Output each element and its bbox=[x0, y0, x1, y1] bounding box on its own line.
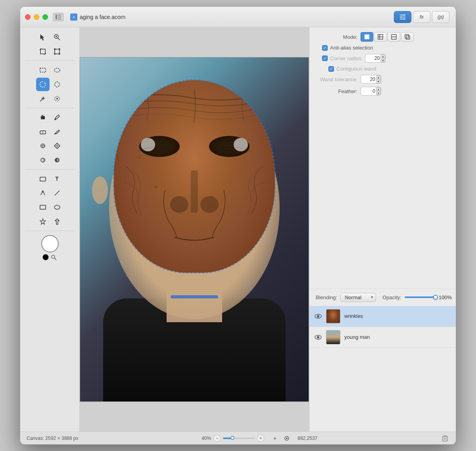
app-window: A aging a face.acorn fx (p) bbox=[20, 6, 456, 445]
p-panel-button[interactable]: (p) bbox=[432, 11, 449, 23]
dodge-tool[interactable] bbox=[36, 153, 50, 167]
opacity-slider-wrapper: 100% bbox=[405, 294, 452, 300]
canvas-area[interactable] bbox=[80, 27, 309, 432]
opacity-value: 100% bbox=[439, 294, 452, 300]
corner-radius-checkbox[interactable]: ✓ bbox=[322, 55, 328, 61]
ellipse-select-tool[interactable] bbox=[50, 63, 64, 77]
blending-select[interactable]: Normal Multiply Screen Overlay Darken Li… bbox=[340, 293, 376, 302]
svg-rect-51 bbox=[406, 36, 410, 39]
svg-point-43 bbox=[54, 205, 60, 209]
add-layer-button[interactable]: + bbox=[271, 434, 279, 443]
contiguous-wand-checkbox[interactable]: ✓ bbox=[328, 66, 334, 72]
layer-wrinkles-thumbnail bbox=[326, 309, 340, 323]
delete-layer-button[interactable] bbox=[441, 434, 449, 443]
foreground-color[interactable] bbox=[41, 235, 59, 252]
arrow-shape-tool[interactable] bbox=[50, 215, 64, 228]
svg-rect-50 bbox=[405, 34, 409, 38]
paint-select-tool[interactable] bbox=[50, 92, 64, 105]
mode-buttons bbox=[361, 32, 414, 42]
toolbar-right: fx (p) bbox=[394, 11, 449, 23]
eraser-tool[interactable] bbox=[36, 125, 50, 138]
anti-alias-checkbox[interactable]: ✓ bbox=[322, 45, 328, 51]
heal-tool[interactable] bbox=[50, 139, 64, 153]
layer-wrinkles-visibility-toggle[interactable] bbox=[314, 312, 322, 320]
feather-down[interactable]: ▼ bbox=[376, 91, 381, 95]
mode-row: Mode: bbox=[316, 32, 449, 42]
zoom-search-icon[interactable] bbox=[50, 254, 58, 261]
cursor-tool[interactable] bbox=[36, 31, 50, 44]
mode-subtract-button[interactable] bbox=[388, 32, 400, 42]
svg-rect-22 bbox=[40, 68, 46, 72]
layer-wrinkles[interactable]: wrinkles bbox=[309, 306, 456, 327]
tool-divider-2 bbox=[25, 108, 75, 108]
line-tool[interactable] bbox=[50, 186, 64, 200]
pen-tool[interactable] bbox=[36, 186, 50, 200]
lasso-tool[interactable] bbox=[36, 78, 50, 91]
opacity-slider[interactable] bbox=[405, 296, 436, 298]
statusbar: Canvas: 2592 × 3888 px 40% − + + 882,253… bbox=[20, 432, 456, 444]
svg-point-21 bbox=[59, 53, 60, 55]
zoom-tool[interactable] bbox=[50, 31, 64, 44]
zoom-in-button[interactable]: + bbox=[257, 435, 264, 442]
zoom-display: 40% bbox=[202, 436, 211, 441]
svg-line-11 bbox=[58, 38, 60, 40]
star-tool[interactable] bbox=[36, 215, 50, 228]
layer-young-man-visibility-toggle[interactable] bbox=[314, 333, 322, 341]
layer-young-man[interactable]: young man bbox=[309, 327, 456, 348]
left-ear bbox=[92, 176, 108, 204]
transform-tool[interactable] bbox=[50, 45, 64, 58]
poly-lasso-tool[interactable] bbox=[50, 78, 64, 91]
black-swatch[interactable] bbox=[42, 254, 49, 260]
rect-select-tool[interactable] bbox=[36, 63, 50, 77]
layer-wrinkles-name: wrinkles bbox=[344, 313, 451, 319]
titlebar: A aging a face.acorn fx (p) bbox=[20, 7, 456, 27]
svg-rect-39 bbox=[40, 177, 46, 181]
feather-up[interactable]: ▲ bbox=[376, 87, 381, 91]
crop-tool[interactable] bbox=[36, 45, 50, 58]
layer-settings-button[interactable] bbox=[282, 434, 291, 443]
bucket-tool[interactable] bbox=[36, 111, 50, 124]
close-button[interactable] bbox=[25, 14, 31, 20]
corner-radius-label: Corner radius: bbox=[330, 55, 363, 61]
text-tool-icon: T bbox=[55, 176, 59, 182]
zoom-slider[interactable] bbox=[223, 438, 255, 439]
svg-point-53 bbox=[317, 315, 319, 317]
zoom-slider-thumb bbox=[230, 436, 234, 440]
burn-tool[interactable] bbox=[50, 153, 64, 167]
sidebar-toggle-button[interactable] bbox=[53, 13, 64, 21]
magic-wand-tool[interactable] bbox=[36, 92, 50, 105]
minimize-button[interactable] bbox=[34, 14, 39, 20]
mode-add-button[interactable] bbox=[374, 32, 387, 42]
fx-panel-button[interactable]: fx bbox=[413, 11, 430, 23]
clone-tool[interactable] bbox=[36, 139, 50, 153]
maximize-button[interactable] bbox=[42, 14, 48, 20]
tool-divider-4 bbox=[25, 231, 75, 231]
svg-point-20 bbox=[54, 53, 56, 55]
mode-intersect-button[interactable] bbox=[401, 32, 414, 42]
ellipse-shape-tool[interactable] bbox=[50, 201, 64, 214]
corner-radius-down[interactable]: ▼ bbox=[380, 58, 385, 62]
svg-line-25 bbox=[40, 98, 43, 101]
layer-young-man-thumbnail bbox=[326, 330, 340, 344]
wand-tolerance-up[interactable]: ▲ bbox=[376, 75, 381, 79]
tools-panel-button[interactable] bbox=[394, 11, 411, 23]
corner-radius-up[interactable]: ▲ bbox=[380, 54, 385, 58]
svg-point-18 bbox=[54, 48, 56, 50]
shape-tool[interactable] bbox=[36, 172, 50, 185]
svg-line-41 bbox=[55, 191, 60, 195]
pencil-tool[interactable] bbox=[50, 125, 64, 138]
wand-tolerance-down[interactable]: ▼ bbox=[376, 79, 381, 83]
p-label: (p) bbox=[438, 14, 444, 20]
svg-marker-24 bbox=[55, 82, 60, 87]
wand-tolerance-row: Wand tolerance: ▲ ▼ bbox=[316, 75, 449, 84]
wrinkles-thumb-preview bbox=[326, 310, 340, 323]
svg-point-28 bbox=[56, 98, 58, 99]
eyedropper-tool[interactable] bbox=[50, 111, 64, 124]
text-tool[interactable]: T bbox=[50, 172, 64, 185]
panel-spacer bbox=[309, 162, 456, 288]
settings-area: Mode: bbox=[309, 27, 456, 162]
title-area: A aging a face.acorn bbox=[70, 13, 125, 21]
mode-replace-button[interactable] bbox=[361, 32, 373, 42]
zoom-out-button[interactable]: − bbox=[213, 435, 221, 442]
rect-shape-tool[interactable] bbox=[36, 201, 50, 214]
